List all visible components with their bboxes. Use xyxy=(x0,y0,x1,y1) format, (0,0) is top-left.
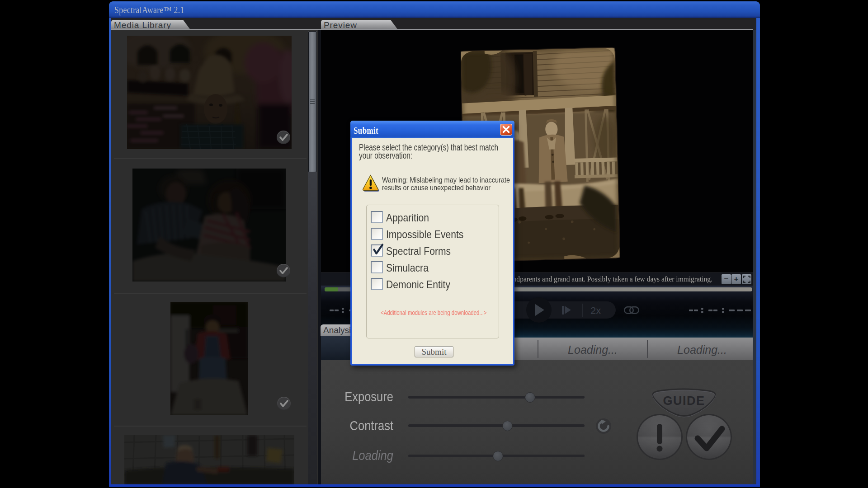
svg-text:GUIDE: GUIDE xyxy=(663,394,705,408)
